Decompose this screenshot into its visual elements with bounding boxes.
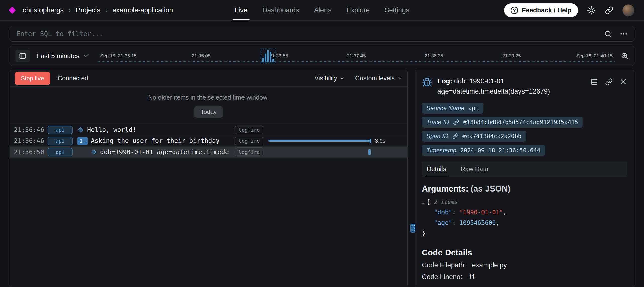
tab-dashboards[interactable]: Dashboards — [262, 0, 299, 20]
timeline-tick: 21:38:35 — [425, 53, 443, 59]
badge-value: 2024-09-18 21:36:50.644 — [460, 147, 540, 154]
connection-status: Connected — [58, 75, 88, 82]
json-colon: : — [452, 209, 456, 216]
scope-tag: logfire — [235, 126, 263, 134]
log-row[interactable]: 21:36:46 api 1− Asking the user for thei… — [10, 135, 407, 147]
panel-resize-handle[interactable] — [410, 224, 415, 233]
visibility-dropdown[interactable]: Visibility — [314, 75, 345, 82]
log-row[interactable]: 21:36:46 api Hello, world! logfire — [10, 124, 407, 135]
log-timestamp: 21:36:46 — [14, 126, 46, 133]
share-link-button[interactable] — [605, 6, 613, 15]
sidebar-layout-icon — [19, 52, 26, 60]
span-duration-label: 3.9s — [375, 138, 385, 144]
stop-live-button[interactable]: Stop live — [15, 72, 50, 85]
live-panel-controls: Visibility Custom levels — [314, 75, 402, 82]
question-icon: ? — [511, 7, 518, 14]
badge-label: Trace ID — [426, 119, 449, 126]
sql-filter-input[interactable] — [16, 30, 596, 38]
service-tag[interactable]: api — [48, 148, 73, 156]
tab-settings[interactable]: Settings — [385, 0, 409, 20]
live-log-panel: Stop live Connected Visibility Custom le… — [10, 70, 408, 287]
service-tag[interactable]: api — [48, 126, 73, 134]
zoom-in-icon[interactable] — [621, 52, 629, 60]
log-row-selected[interactable]: 21:36:50 api dob=1990-01-01 age=datetime… — [10, 147, 407, 158]
log-message: Hello, world! — [87, 126, 136, 133]
search-icon[interactable] — [604, 30, 612, 38]
code-filepath-row: Code Filepath: example.py — [422, 261, 627, 269]
json-value: "1990-01-01" — [459, 209, 503, 216]
live-panel-header: Stop live Connected Visibility Custom le… — [10, 70, 407, 87]
today-button[interactable]: Today — [194, 106, 223, 118]
feedback-help-button[interactable]: ? Feedback / Help — [504, 3, 578, 17]
json-value: 1095465600 — [459, 219, 496, 226]
json-colon: : — [452, 219, 456, 226]
service-name-badge[interactable]: Service Name api — [422, 103, 483, 114]
histogram-bar — [270, 52, 271, 62]
link-icon — [453, 119, 459, 125]
service-tag[interactable]: api — [48, 137, 73, 145]
detail-actions — [590, 76, 627, 86]
span-waterfall — [268, 124, 403, 135]
histogram-bar — [272, 59, 274, 62]
collapse-caret-icon[interactable]: ⌄ — [422, 200, 424, 205]
timeline-baseline — [98, 61, 615, 62]
top-bar: christophergs › Projects › example-appli… — [0, 0, 644, 21]
code-details-heading: Code Details — [422, 248, 627, 257]
sidebar-toggle-button[interactable] — [15, 50, 30, 62]
more-options-icon[interactable] — [620, 30, 628, 38]
histogram-bar — [262, 58, 264, 62]
json-open-brace: { — [426, 198, 430, 205]
bug-icon — [422, 77, 432, 88]
tab-raw-data[interactable]: Raw Data — [460, 162, 489, 176]
logfire-logo-icon[interactable] — [9, 7, 16, 14]
close-icon[interactable] — [620, 78, 627, 86]
badge-value: api — [468, 105, 479, 111]
breadcrumb-project[interactable]: example-application — [112, 6, 173, 14]
arguments-heading-suffix: (as JSON) — [471, 184, 510, 193]
trace-id-badge[interactable]: Trace ID #18b84cb4847b5d574c4ad9121935a4… — [422, 117, 583, 128]
permalink-icon[interactable] — [605, 78, 613, 86]
span-duration-bar[interactable] — [268, 140, 371, 142]
breadcrumb-org[interactable]: christophergs — [23, 6, 64, 14]
timeline-histogram[interactable] — [261, 49, 275, 63]
code-lineno-value: 11 — [468, 273, 475, 281]
time-range-select[interactable]: Last 5 minutes — [37, 52, 89, 60]
chevron-down-icon — [83, 53, 89, 59]
detail-title-text: dob=1990-01-01 age=datetime.timedelta(da… — [437, 77, 550, 95]
feedback-help-label: Feedback / Help — [522, 6, 572, 14]
tab-explore[interactable]: Explore — [347, 0, 370, 20]
timeline-track[interactable]: Sep 18, 21:35:15 21:36:05 21:36:55 21:37… — [98, 46, 615, 66]
chevron-right-icon: › — [105, 7, 107, 14]
log-message: Asking the user for their birthday — [91, 137, 220, 145]
theme-toggle-button[interactable] — [587, 6, 596, 15]
user-avatar[interactable] — [622, 4, 634, 16]
tab-details[interactable]: Details — [426, 162, 447, 176]
timestamp-badge[interactable]: Timestamp 2024-09-18 21:36:50.644 — [422, 145, 545, 156]
scope-tag: logfire — [235, 137, 263, 145]
breadcrumb-projects[interactable]: Projects — [76, 6, 100, 14]
log-row-main: 21:36:46 api Hello, world! — [14, 126, 235, 134]
tab-alerts[interactable]: Alerts — [314, 0, 331, 20]
link-icon — [452, 133, 458, 139]
histogram-bar — [267, 50, 269, 62]
histogram-bar — [265, 54, 266, 62]
time-range-label: Last 5 minutes — [37, 52, 79, 60]
timeline-tick: 21:36:05 — [192, 53, 210, 59]
log-diamond-icon — [91, 149, 96, 155]
chevron-right-icon: › — [69, 7, 71, 14]
span-marker[interactable] — [368, 149, 371, 155]
span-waterfall: 3.9s — [268, 135, 403, 146]
custom-levels-dropdown[interactable]: Custom levels — [355, 75, 402, 82]
detail-title: Log: dob=1990-01-01 age=datetime.timedel… — [437, 76, 585, 97]
log-diamond-icon — [78, 127, 83, 132]
empty-window-message: No older items in the selected time wind… — [148, 94, 269, 101]
detail-header: Log: dob=1990-01-01 age=datetime.timedel… — [422, 76, 627, 97]
collapse-children-badge[interactable]: 1− — [77, 137, 88, 145]
timeline-tick: Sep 18, 21:35:15 — [100, 53, 137, 59]
json-comma: , — [496, 219, 499, 226]
span-id-badge[interactable]: Span ID #ca741384ca2a20bb — [422, 131, 526, 142]
timeline-bar: Last 5 minutes Sep 18, 21:35:15 21:36:05… — [10, 46, 634, 66]
dock-panel-icon[interactable] — [590, 78, 598, 86]
tab-live[interactable]: Live — [235, 0, 247, 20]
code-lineno-label: Code Lineno: — [422, 273, 462, 281]
